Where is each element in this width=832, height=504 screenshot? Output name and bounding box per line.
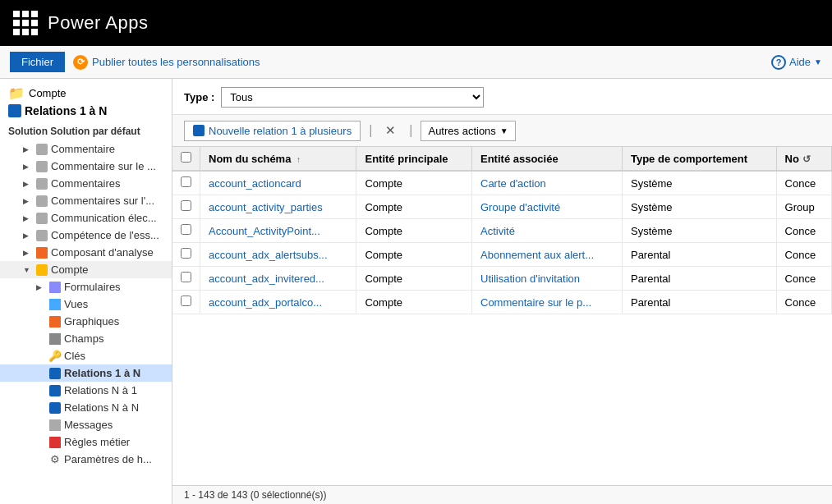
- table-row: account_adx_portalco... Compte Commentai…: [172, 291, 832, 314]
- waffle-icon[interactable]: [13, 11, 38, 35]
- row-check[interactable]: [172, 291, 200, 314]
- solution-label: Solution Solution par défaut: [0, 121, 172, 140]
- sidebar-item-regles-metier[interactable]: Règles métier: [0, 433, 172, 451]
- cell-related-entity[interactable]: Groupe d'activité: [472, 195, 623, 219]
- tree-arrow-csl: ▶: [23, 197, 31, 205]
- toolbar-row: Nouvelle relation 1 à plusieurs | ✕ | Au…: [172, 115, 832, 147]
- cell-schema-name[interactable]: account_activity_parties: [200, 195, 356, 219]
- toolbar-sep: |: [367, 123, 374, 138]
- sidebar-item-comm-elec[interactable]: ▶ Communication élec...: [0, 209, 172, 227]
- app-title: Power Apps: [48, 12, 148, 34]
- table-body: account_actioncard Compte Carte d'action…: [172, 171, 832, 314]
- table-container: Nom du schéma ↑ Entité principale Entité…: [172, 147, 832, 485]
- sidebar-item-competence[interactable]: ▶ Compétence de l'ess...: [0, 227, 172, 244]
- delete-icon: ✕: [385, 123, 396, 137]
- cell-related-entity[interactable]: Utilisation d'invitation: [472, 267, 623, 291]
- sidebar-label-relations-n-a-1: Relations N à 1: [64, 384, 137, 396]
- other-actions-button[interactable]: Autres actions ▼: [421, 121, 515, 141]
- col-check: [172, 147, 200, 171]
- row-check[interactable]: [172, 243, 200, 267]
- sidebar-item-messages[interactable]: Messages: [0, 416, 172, 433]
- row-checkbox[interactable]: [181, 176, 191, 187]
- row-checkbox[interactable]: [181, 296, 191, 306]
- sidebar-item-commentaire[interactable]: ▶ Commentaire: [0, 140, 172, 158]
- cell-related-entity[interactable]: Carte d'action: [472, 171, 623, 195]
- type-select[interactable]: Tous Personnalisé Système: [221, 87, 484, 108]
- help-button[interactable]: ? Aide ▼: [771, 55, 822, 70]
- sidebar-item-relations-1-n[interactable]: Relations 1 à N: [0, 364, 172, 382]
- table-row: account_adx_invitered... Compte Utilisat…: [172, 267, 832, 291]
- cell-schema-name[interactable]: account_adx_alertsubs...: [200, 243, 356, 267]
- col-no[interactable]: No ↺: [776, 147, 831, 171]
- commentaire-icon: [36, 144, 48, 155]
- cell-schema-name[interactable]: Account_ActivityPoint...: [200, 219, 356, 243]
- composant-icon: [36, 247, 48, 259]
- cell-related-entity[interactable]: Activité: [472, 219, 623, 243]
- new-relation-icon: [193, 125, 205, 136]
- sidebar-item-commentaires-sur-l[interactable]: ▶ Commentaires sur l'...: [0, 192, 172, 209]
- row-check[interactable]: [172, 219, 200, 243]
- cell-behavior-type: Système: [622, 171, 776, 195]
- row-checkbox[interactable]: [181, 272, 191, 282]
- sidebar-label-csl: Commentaires sur l'...: [51, 195, 154, 207]
- sidebar-item-commentaires[interactable]: ▶ Commentaires: [0, 175, 172, 192]
- sidebar-item-graphiques[interactable]: Graphiques: [0, 313, 172, 330]
- sidebar-label-parametres: Paramètres de h...: [64, 453, 152, 465]
- rm-icon: [49, 437, 61, 448]
- row-check[interactable]: [172, 195, 200, 219]
- file-button[interactable]: Fichier: [10, 52, 65, 72]
- sidebar-item-cles[interactable]: 🔑 Clés: [0, 347, 172, 364]
- cles-icon: 🔑: [49, 351, 61, 362]
- cell-related-entity[interactable]: Commentaire sur le p...: [472, 291, 623, 314]
- sidebar-label-composant: Composant d'analyse: [51, 246, 154, 259]
- table-row: account_actioncard Compte Carte d'action…: [172, 171, 832, 195]
- cell-behavior-type: Système: [622, 219, 776, 243]
- cell-related-entity[interactable]: Abonnement aux alert...: [472, 243, 623, 267]
- sidebar-item-vues[interactable]: Vues: [0, 296, 172, 313]
- sort-asc-icon: ↑: [296, 155, 301, 164]
- cell-no: Conce: [776, 267, 831, 291]
- sidebar-item-formulaires[interactable]: ▶ Formulaires: [0, 278, 172, 296]
- cell-schema-name[interactable]: account_actioncard: [200, 171, 356, 195]
- row-check[interactable]: [172, 267, 200, 291]
- row-checkbox[interactable]: [181, 200, 191, 211]
- refresh-icon[interactable]: ↺: [802, 153, 811, 165]
- sidebar-item-commentaire-sur-le[interactable]: ▶ Commentaire sur le ...: [0, 158, 172, 175]
- top-bar: Power Apps: [0, 0, 832, 46]
- status-text: 1 - 143 de 143 (0 sélectionné(s)): [184, 489, 326, 501]
- col-behavior-type-label: Type de comportement: [631, 153, 747, 165]
- cell-behavior-type: Système: [622, 195, 776, 219]
- sidebar-item-relations-n-a-n[interactable]: Relations N à N: [0, 399, 172, 416]
- help-label: Aide: [789, 56, 811, 68]
- sidebar-label-vues: Vues: [64, 298, 88, 310]
- col-related-entity[interactable]: Entité associée: [472, 147, 623, 171]
- col-behavior-type[interactable]: Type de comportement: [622, 147, 776, 171]
- sidebar-label-cs: Commentaires: [51, 177, 121, 190]
- breadcrumb-icon: [8, 104, 21, 117]
- col-no-label: No: [785, 153, 799, 165]
- relations-table: Nom du schéma ↑ Entité principale Entité…: [172, 147, 832, 314]
- select-all-checkbox[interactable]: [181, 152, 191, 163]
- col-main-entity-label: Entité principale: [365, 153, 448, 165]
- sidebar-label-csle: Commentaire sur le ...: [51, 160, 156, 172]
- col-schema-name[interactable]: Nom du schéma ↑: [200, 147, 356, 171]
- sidebar-item-champs[interactable]: Champs: [0, 330, 172, 347]
- table-row: account_adx_alertsubs... Compte Abonneme…: [172, 243, 832, 267]
- sidebar-label-comp: Compétence de l'ess...: [51, 229, 159, 241]
- sidebar-item-parametres[interactable]: ⚙ Paramètres de h...: [0, 451, 172, 468]
- breadcrumb-parent[interactable]: Compte: [29, 87, 67, 99]
- col-main-entity[interactable]: Entité principale: [356, 147, 472, 171]
- new-relation-button[interactable]: Nouvelle relation 1 à plusieurs: [184, 121, 361, 141]
- publish-action[interactable]: ⟳ Publier toutes les personnalisations: [73, 55, 260, 70]
- row-check[interactable]: [172, 171, 200, 195]
- sidebar-label-formulaires: Formulaires: [64, 281, 121, 293]
- sidebar-item-relations-n-a-1[interactable]: Relations N à 1: [0, 382, 172, 399]
- new-relation-label: Nouvelle relation 1 à plusieurs: [209, 125, 352, 137]
- cell-schema-name[interactable]: account_adx_portalco...: [200, 291, 356, 314]
- cell-schema-name[interactable]: account_adx_invitered...: [200, 267, 356, 291]
- sidebar-item-composant[interactable]: ▶ Composant d'analyse: [0, 244, 172, 261]
- row-checkbox[interactable]: [181, 224, 191, 235]
- delete-button[interactable]: ✕: [380, 120, 401, 141]
- sidebar-item-compte[interactable]: ▼ Compte: [0, 261, 172, 278]
- row-checkbox[interactable]: [181, 248, 191, 259]
